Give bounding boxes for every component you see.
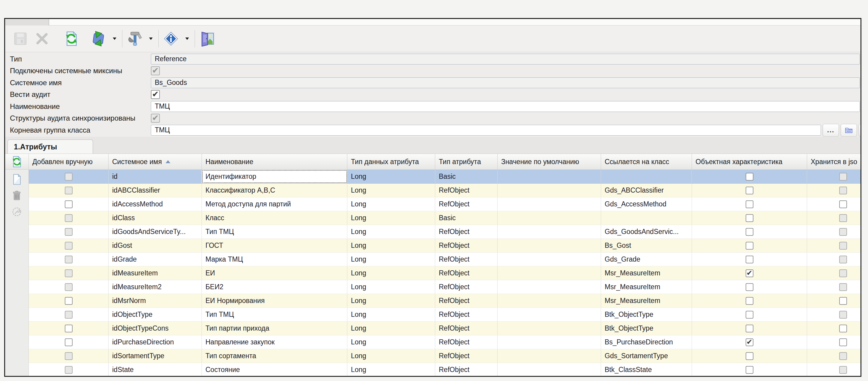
cell-system_name[interactable]: idObjectType — [108, 308, 202, 321]
cell-name[interactable]: Марка ТМЦ — [202, 253, 347, 266]
tab-attributes[interactable]: 1.Атрибуты — [7, 140, 93, 154]
object_characteristic-checkbox[interactable] — [746, 228, 753, 236]
table-row[interactable]: idGradeМарка ТМЦLongRefObjectGds_Grade — [29, 253, 861, 266]
cell-data_type[interactable]: Long — [347, 322, 435, 335]
object_characteristic-checkbox[interactable] — [746, 325, 753, 332]
delete-row-button[interactable] — [10, 189, 23, 202]
stored_in_json-checkbox[interactable] — [839, 325, 847, 332]
stored_in_json-checkbox[interactable] — [839, 200, 847, 208]
cell-attr_type[interactable]: RefObject — [435, 308, 498, 321]
cell-attr_type[interactable]: RefObject — [435, 197, 498, 211]
cell-ref_class[interactable]: Gds_GoodsAndServic... — [601, 225, 692, 238]
object_characteristic-checkbox[interactable] — [746, 200, 753, 208]
cell-default_value[interactable] — [498, 253, 601, 266]
cell-name[interactable]: БЕИ2 — [202, 280, 347, 294]
table-row[interactable]: idClassКлассLongBasic — [29, 211, 861, 225]
stored_in_json-checkbox[interactable] — [839, 339, 847, 346]
info-button[interactable] — [162, 30, 180, 48]
cell-attr_type[interactable]: RefObject — [435, 184, 498, 197]
cell-data_type[interactable]: Long — [347, 211, 435, 225]
cell-name[interactable]: Класс — [202, 211, 347, 225]
cell-name[interactable]: Метод доступа для партий — [202, 197, 347, 211]
table-row[interactable]: idObjectTypeТип ТМЦLongRefObjectBtk_Obje… — [29, 308, 861, 322]
manual-checkbox[interactable] — [65, 339, 72, 346]
cell-system_name[interactable]: id — [108, 170, 202, 183]
cell-name[interactable]: ЕИ — [202, 266, 347, 280]
cell-attr_type[interactable]: RefObject — [435, 225, 498, 238]
cell-system_name[interactable]: idMeasureItem2 — [108, 280, 202, 294]
cell-attr_type[interactable]: RefObject — [435, 253, 498, 266]
object_characteristic-checkbox[interactable] — [746, 366, 753, 374]
cell-default_value[interactable] — [498, 322, 601, 335]
cell-system_name[interactable]: idState — [108, 363, 202, 376]
cell-default_value[interactable] — [498, 363, 601, 376]
cell-system_name[interactable]: idGoodsAndServiceTy... — [108, 225, 202, 238]
object_characteristic-checkbox[interactable] — [746, 339, 753, 346]
refresh-button[interactable] — [63, 30, 80, 48]
root-group-extra-button[interactable] — [859, 124, 861, 137]
table-row[interactable]: idStateСостояниеLongRefObjectBtk_ClassSt… — [29, 363, 861, 376]
cell-attr_type[interactable]: RefObject — [435, 335, 498, 349]
column-header-ref_class[interactable]: Ссылается на класс — [601, 154, 692, 170]
cell-data_type[interactable]: Long — [347, 294, 435, 307]
cell-attr_type[interactable]: RefObject — [435, 363, 498, 376]
cell-system_name[interactable]: idAccessMethod — [108, 197, 202, 211]
table-row[interactable]: idGoodsAndServiceTy...Тип ТМЦLongRefObje… — [29, 225, 861, 239]
table-row[interactable]: idИдентификаторLongBasic — [29, 170, 861, 184]
column-header-stored_in_json[interactable]: Хранится в jso — [807, 154, 861, 170]
cell-system_name[interactable]: idGost — [108, 239, 202, 252]
object_characteristic-checkbox[interactable] — [746, 214, 753, 222]
cell-ref_class[interactable]: Gds_AccessMethod — [601, 197, 692, 211]
cell-system_name[interactable]: idPurchaseDirection — [108, 335, 202, 349]
cell-system_name[interactable]: idSortamentType — [108, 349, 202, 363]
cell-attr_type[interactable]: RefObject — [435, 294, 498, 307]
import-button[interactable] — [90, 30, 107, 48]
exit-button[interactable] — [198, 30, 216, 48]
cell-default_value[interactable] — [498, 349, 601, 363]
cell-name[interactable]: Направление закупок — [202, 335, 347, 349]
object_characteristic-checkbox[interactable] — [746, 283, 753, 291]
column-header-attr_type[interactable]: Тип атрибута — [435, 154, 498, 170]
cell-default_value[interactable] — [498, 308, 601, 321]
cell-ref_class[interactable]: Msr_MeasureItem — [601, 280, 692, 294]
grid-refresh-button[interactable] — [5, 154, 29, 170]
table-row[interactable]: idMeasureItemЕИLongRefObjectMsr_MeasureI… — [29, 266, 861, 280]
cell-data_type[interactable]: Long — [347, 239, 435, 252]
cell-attr_type[interactable]: RefObject — [435, 349, 498, 363]
cell-default_value[interactable] — [498, 184, 601, 197]
manual-checkbox[interactable] — [65, 200, 72, 208]
tools-button[interactable] — [126, 30, 143, 48]
cell-system_name[interactable]: idClass — [108, 211, 202, 225]
add-row-button[interactable] — [10, 173, 23, 186]
table-row[interactable]: idAccessMethodМетод доступа для партийLo… — [29, 197, 861, 211]
cell-ref_class[interactable] — [601, 211, 692, 225]
object_characteristic-checkbox[interactable] — [746, 173, 753, 181]
root-group-ellipsis-button[interactable]: ... — [823, 124, 839, 137]
cell-data_type[interactable]: Long — [347, 197, 435, 211]
cell-ref_class[interactable]: Gds_Grade — [601, 253, 692, 266]
table-row[interactable]: idObjectTypeConsТип партии приходаLongRe… — [29, 322, 861, 335]
cell-name[interactable]: Классификатор A,B,C — [202, 184, 347, 197]
cell-data_type[interactable]: Long — [347, 170, 435, 183]
cell-data_type[interactable]: Long — [347, 225, 435, 238]
stored_in_json-checkbox[interactable] — [839, 297, 847, 305]
object_characteristic-checkbox[interactable] — [746, 269, 753, 277]
import-dropdown-button[interactable] — [111, 30, 118, 48]
cell-attr_type[interactable]: Basic — [435, 211, 498, 225]
cell-system_name[interactable]: idObjectTypeCons — [108, 322, 202, 335]
cell-ref_class[interactable] — [601, 170, 692, 183]
cell-system_name[interactable]: idABCClassifier — [108, 184, 202, 197]
cell-attr_type[interactable]: RefObject — [435, 322, 498, 335]
column-header-system_name[interactable]: Системное имя — [108, 154, 202, 170]
table-row[interactable]: idSortamentTypeТип сортаментаLongRefObje… — [29, 349, 861, 363]
column-header-default_value[interactable]: Значение по умолчанию — [498, 154, 601, 170]
cell-ref_class[interactable]: Btk_ObjectType — [601, 308, 692, 321]
type-field[interactable] — [151, 54, 860, 64]
cell-name[interactable]: Тип партии прихода — [202, 322, 347, 335]
cell-default_value[interactable] — [498, 170, 601, 183]
cell-ref_class[interactable]: Msr_MeasureItem — [601, 266, 692, 280]
table-row[interactable]: idPurchaseDirectionНаправление закупокLo… — [29, 335, 861, 349]
tools-dropdown-button[interactable] — [148, 30, 154, 48]
audit-checkbox[interactable] — [151, 90, 160, 99]
cell-name[interactable]: ГОСТ — [202, 239, 347, 252]
